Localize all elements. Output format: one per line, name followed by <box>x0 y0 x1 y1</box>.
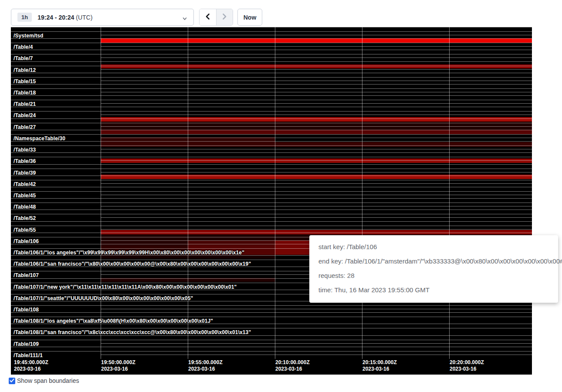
column-boundary-line <box>188 27 188 359</box>
row-label: /Table/106 <box>14 238 39 244</box>
row-label: /Table/52 <box>14 215 36 221</box>
tooltip-time: time: Thu, 16 Mar 2023 19:55:00 GMT <box>318 286 549 294</box>
axis-tick-time: 20:15:00.000Z <box>362 359 397 366</box>
axis-tick: 19:55:00.000Z2023-03-16 <box>188 359 223 372</box>
time-range-label: 19:24 - 20:24(UTC) <box>37 14 92 21</box>
span-boundary-line <box>101 115 532 115</box>
heat-band <box>101 142 532 147</box>
span-boundary-line <box>11 157 532 157</box>
time-axis: 19:45:00.000Z2023-03-1619:50:00.000Z2023… <box>11 358 532 375</box>
row-label: /Table/4 <box>14 44 33 50</box>
span-boundary-line <box>11 66 532 66</box>
span-boundary-line <box>11 317 532 317</box>
span-boundary-line <box>11 107 532 107</box>
row-label: /Table/36 <box>14 158 36 164</box>
span-boundary-line <box>101 309 532 309</box>
show-span-boundaries-label: Show span boundaries <box>17 377 79 384</box>
span-boundary-line <box>11 221 532 222</box>
prev-time-button[interactable] <box>200 9 216 25</box>
row-label: /Table/107/1/"seattle"/"UUUUUUD\x00\x80\… <box>14 295 193 301</box>
row-label: /Table/12 <box>14 67 36 73</box>
tooltip-start-key: start key: /Table/106 <box>318 243 549 251</box>
row-label: /Table/108/1/"san francisco"/"\x8c\xcc\x… <box>14 329 251 335</box>
axis-tick-time: 19:45:00.000Z <box>14 359 48 366</box>
keyvis-heatmap-canvas[interactable]: /System/tsd/Table/4/Table/7/Table/12/Tab… <box>11 27 532 375</box>
heatmap-plot: /System/tsd/Table/4/Table/7/Table/12/Tab… <box>11 27 532 358</box>
heat-band <box>101 130 532 134</box>
row-label: /Table/39 <box>14 170 36 176</box>
heat-band <box>101 240 188 245</box>
span-boundary-line <box>11 95 532 96</box>
span-boundary-line <box>101 69 532 70</box>
span-boundary-line <box>11 118 532 119</box>
column-boundary-line <box>362 27 362 359</box>
span-boundary-line <box>11 88 532 89</box>
heat-band <box>101 38 532 43</box>
axis-tick-date: 2023-03-16 <box>362 366 397 372</box>
span-boundary-line <box>11 145 532 146</box>
chevron-right-icon <box>221 13 227 21</box>
span-boundary-line <box>101 229 532 230</box>
row-label: /Table/107/1/"new york"/"\x11\x11\x11\x1… <box>14 284 237 290</box>
span-boundary-line <box>11 31 532 32</box>
span-boundary-line <box>11 187 532 187</box>
span-boundary-line <box>11 169 532 169</box>
span-boundary-line <box>11 123 532 123</box>
span-boundary-line <box>11 191 532 192</box>
span-boundary-line <box>11 203 532 203</box>
span-boundary-line <box>11 305 532 306</box>
show-span-boundaries-checkbox[interactable] <box>9 378 15 384</box>
row-label: /Table/21 <box>14 101 36 107</box>
now-button[interactable]: Now <box>237 9 262 26</box>
axis-tick-date: 2023-03-16 <box>101 366 135 372</box>
axis-tick-date: 2023-03-16 <box>275 366 310 372</box>
span-boundary-line <box>101 57 532 58</box>
span-boundary-line <box>101 103 532 104</box>
span-boundary-line <box>101 160 532 161</box>
span-boundary-line <box>11 180 532 180</box>
span-boundary-line <box>101 35 532 35</box>
span-boundary-line <box>11 77 532 78</box>
axis-tick: 20:20:00.000Z2023-03-16 <box>450 359 484 372</box>
axis-tick-date: 2023-03-16 <box>14 366 48 372</box>
span-boundary-line <box>11 130 532 130</box>
row-label: /Table/42 <box>14 181 36 187</box>
axis-tick-time: 20:20:00.000Z <box>450 359 484 366</box>
span-boundary-line <box>11 152 532 153</box>
span-boundary-line <box>101 206 532 206</box>
checkmark-icon <box>10 377 14 385</box>
span-boundary-line <box>11 340 532 340</box>
span-boundary-line <box>101 343 532 344</box>
row-label: /Table/27 <box>14 124 36 130</box>
span-boundary-line <box>11 176 532 176</box>
span-boundary-line <box>11 198 532 199</box>
row-label: /NamespaceTable/30 <box>14 135 65 142</box>
span-boundary-line <box>101 81 532 81</box>
span-boundary-line <box>11 111 532 112</box>
chevron-left-icon <box>205 13 211 21</box>
time-range-selector[interactable]: 1h 19:24 - 20:24(UTC) <box>11 9 194 26</box>
span-boundary-line <box>11 100 532 100</box>
row-label: /Table/111/1 <box>14 352 43 358</box>
next-time-button[interactable] <box>216 9 233 25</box>
key-visualizer-page: 1h 19:24 - 20:24(UTC) Now /System/tsd/Ta… <box>0 0 562 392</box>
span-boundary-line <box>101 92 532 92</box>
time-nav-group <box>199 9 233 26</box>
chevron-down-icon <box>182 15 187 23</box>
axis-tick: 20:15:00.000Z2023-03-16 <box>362 359 397 372</box>
duration-badge: 1h <box>17 13 32 22</box>
row-label: /Table/15 <box>14 78 36 84</box>
axis-tick-date: 2023-03-16 <box>450 366 484 372</box>
span-boundary-line <box>11 134 532 135</box>
span-boundary-line <box>11 84 532 84</box>
span-boundary-line <box>11 38 532 39</box>
row-label: /Table/107 <box>14 272 39 278</box>
row-label: /Table/33 <box>14 147 36 153</box>
span-boundary-line <box>101 195 532 195</box>
span-boundary-line <box>101 149 532 149</box>
span-boundary-line <box>101 217 532 218</box>
span-boundary-line <box>101 126 532 127</box>
heat-band <box>188 240 275 245</box>
row-label: /Table/7 <box>14 55 33 61</box>
span-boundary-line <box>11 141 532 142</box>
